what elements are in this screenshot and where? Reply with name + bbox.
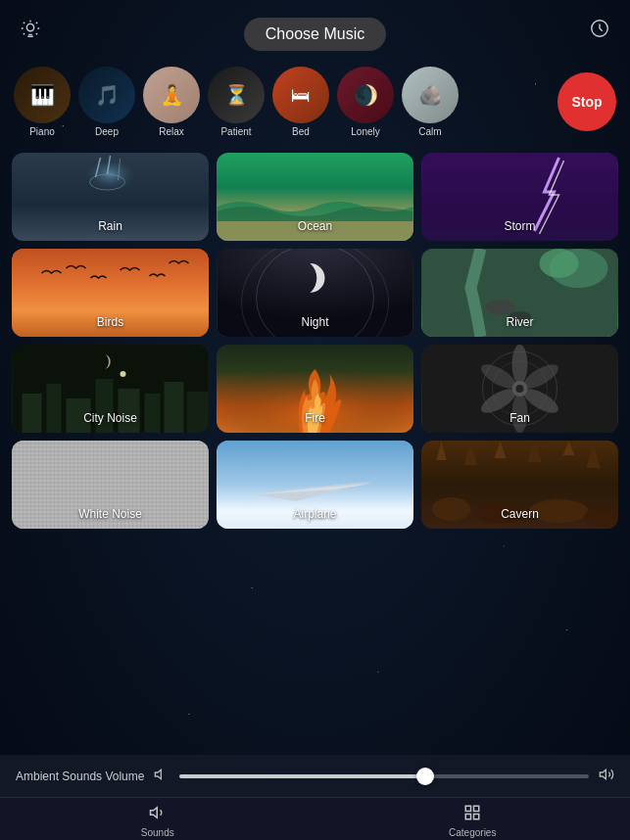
category-item-relax[interactable]: 🧘 Relax: [143, 67, 200, 137]
svg-rect-62: [466, 815, 471, 819]
svg-rect-60: [466, 806, 471, 811]
category-item-lonely[interactable]: 🌒 Lonely: [337, 67, 394, 137]
volume-slider[interactable]: [179, 774, 589, 778]
sounds-nav-icon: [149, 804, 167, 825]
svg-point-31: [512, 345, 528, 384]
sound-card-airplane[interactable]: Airplane: [217, 441, 413, 529]
sound-card-storm[interactable]: Storm: [421, 153, 618, 241]
svg-point-15: [486, 300, 515, 315]
sound-card-birds[interactable]: Birds: [12, 249, 209, 337]
svg-rect-21: [47, 384, 62, 433]
sound-label-rain: Rain: [12, 219, 209, 233]
sound-label-storm: Storm: [421, 219, 618, 233]
sound-label-fan: Fan: [421, 411, 618, 425]
category-item-piano[interactable]: 🎹 Piano: [14, 67, 71, 137]
nav-item-categories[interactable]: Categories: [315, 800, 631, 838]
category-label-lonely: Lonely: [351, 126, 379, 137]
sound-card-rain[interactable]: Rain: [12, 153, 209, 241]
header: Choose Music: [0, 0, 630, 59]
volume-bar: Ambient Sounds Volume: [0, 755, 630, 797]
category-label-bed: Bed: [292, 126, 310, 137]
sound-card-night[interactable]: Night: [217, 249, 413, 337]
sound-label-fire: Fire: [217, 411, 413, 425]
svg-marker-59: [150, 808, 157, 818]
svg-rect-61: [474, 806, 479, 811]
sound-card-river[interactable]: River: [421, 249, 618, 337]
category-item-bed[interactable]: 🛏 Bed: [272, 67, 329, 137]
category-label-calm: Calm: [418, 126, 441, 137]
sound-card-citynoise[interactable]: City Noise: [12, 345, 209, 433]
sound-label-ocean: Ocean: [217, 219, 413, 233]
sound-label-river: River: [421, 315, 618, 329]
sound-label-night: Night: [217, 315, 413, 329]
category-item-patient[interactable]: ⏳ Patient: [208, 67, 265, 137]
svg-point-38: [516, 385, 524, 393]
sounds-grid: Rain Ocean Storm: [0, 145, 630, 537]
svg-marker-57: [156, 770, 162, 778]
volume-min-icon: [154, 767, 170, 785]
categories-nav-label: Categories: [449, 827, 496, 838]
volume-max-icon: [599, 767, 614, 785]
sound-card-fan[interactable]: Fan: [421, 345, 618, 433]
bottom-navigation: Sounds Categories: [0, 797, 630, 840]
sound-card-ocean[interactable]: Ocean: [217, 153, 413, 241]
timer-icon[interactable]: [589, 18, 610, 43]
sound-card-cavern[interactable]: Cavern: [421, 441, 618, 529]
category-label-relax: Relax: [159, 126, 184, 137]
stop-button[interactable]: Stop: [557, 72, 616, 131]
categories-row: 🎹 Piano 🎵 Deep 🧘 Relax ⏳ Patient: [0, 59, 630, 145]
sound-label-birds: Birds: [12, 315, 209, 329]
sound-label-cavern: Cavern: [421, 507, 618, 521]
svg-rect-63: [474, 815, 479, 819]
category-item-deep[interactable]: 🎵 Deep: [78, 67, 135, 137]
volume-thumb[interactable]: [416, 768, 434, 785]
categories-nav-icon: [463, 804, 481, 825]
sound-card-fire[interactable]: Fire: [217, 345, 413, 433]
category-label-patient: Patient: [220, 126, 251, 137]
svg-point-28: [121, 371, 126, 377]
choose-music-button[interactable]: Choose Music: [244, 18, 386, 51]
svg-rect-26: [165, 382, 184, 433]
sounds-nav-label: Sounds: [141, 827, 174, 838]
volume-label: Ambient Sounds Volume: [16, 770, 144, 783]
category-label-deep: Deep: [95, 126, 119, 137]
nav-item-sounds[interactable]: Sounds: [0, 800, 315, 838]
sound-card-whitenoise[interactable]: White Noise: [12, 441, 209, 529]
category-label-piano: Piano: [29, 126, 55, 137]
category-item-calm[interactable]: 🪨 Calm: [402, 67, 459, 137]
light-icon[interactable]: [20, 18, 41, 43]
svg-point-18: [540, 249, 579, 278]
sound-label-whitenoise: White Noise: [12, 507, 209, 521]
svg-point-0: [26, 23, 33, 30]
svg-marker-58: [600, 770, 606, 778]
sound-label-citynoise: City Noise: [12, 411, 209, 425]
sound-label-airplane: Airplane: [217, 507, 413, 521]
